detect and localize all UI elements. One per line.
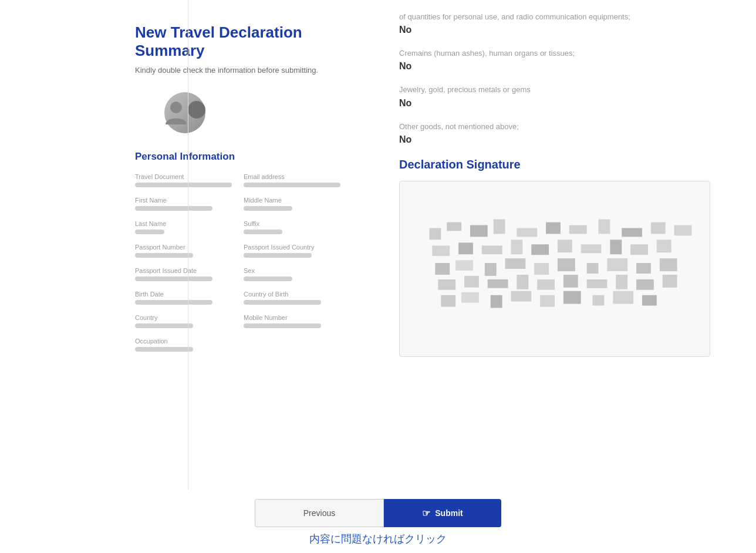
field-passport-issued-date: Passport Issued Date: [135, 267, 232, 281]
svg-rect-32: [438, 279, 455, 290]
svg-rect-38: [587, 279, 608, 288]
svg-rect-5: [517, 228, 537, 237]
svg-rect-8: [599, 219, 610, 234]
svg-rect-19: [610, 240, 622, 254]
svg-rect-48: [593, 295, 605, 305]
field-label-passport-number: Passport Number: [135, 244, 232, 251]
field-birth-date: Birth Date: [135, 291, 232, 305]
field-travel-document: Travel Document: [135, 173, 232, 187]
field-label-middle-name: Middle Name: [244, 197, 340, 204]
svg-rect-29: [607, 258, 627, 271]
personal-info-title: Personal Information: [135, 151, 340, 163]
field-country-of-birth: Country of Birth: [244, 291, 340, 305]
field-label-travel-document: Travel Document: [135, 173, 232, 180]
divider: [188, 0, 188, 494]
svg-rect-18: [581, 244, 602, 253]
svg-rect-21: [657, 240, 671, 252]
svg-rect-31: [660, 258, 677, 271]
field-value-sex: [244, 276, 292, 281]
svg-rect-4: [494, 219, 505, 234]
svg-rect-20: [630, 244, 648, 255]
svg-rect-14: [482, 245, 502, 254]
svg-rect-46: [540, 295, 555, 306]
svg-rect-44: [491, 295, 502, 308]
field-passport-number: Passport Number: [135, 244, 232, 258]
field-empty: [244, 338, 340, 352]
svg-rect-50: [642, 295, 657, 305]
field-label-passport-issued-country: Passport Issued Country: [244, 244, 340, 251]
svg-rect-7: [569, 225, 587, 234]
field-value-passport-issued-date: [135, 276, 212, 281]
svg-rect-27: [558, 258, 575, 271]
svg-point-0: [170, 102, 182, 113]
declaration-value-4: No: [399, 134, 721, 145]
svg-rect-41: [663, 275, 677, 288]
signature-svg: [400, 181, 710, 356]
bottom-area: Previous ☞ Submit 内容に問題なければクリック: [0, 490, 756, 553]
field-middle-name: Middle Name: [244, 197, 340, 211]
field-passport-issued-country: Passport Issued Country: [244, 244, 340, 258]
svg-rect-43: [461, 292, 479, 302]
field-first-name: First Name: [135, 197, 232, 211]
declaration-item-3: Jewelry, gold, precious metals or gems N…: [399, 85, 721, 108]
avatar-container: [135, 92, 235, 133]
field-label-country: Country: [135, 314, 232, 321]
svg-rect-34: [488, 279, 508, 288]
field-suffix: Suffix: [244, 220, 340, 234]
svg-rect-49: [613, 291, 633, 304]
svg-rect-12: [432, 245, 450, 256]
svg-rect-9: [622, 228, 642, 237]
declaration-label-4: Other goods, not mentioned above;: [399, 122, 721, 132]
declaration-label-3: Jewelry, gold, precious metals or gems: [399, 85, 721, 95]
declaration-item-1: of quantities for personal use, and radi…: [399, 12, 721, 35]
field-label-last-name: Last Name: [135, 220, 232, 227]
field-value-suffix: [244, 230, 282, 234]
page-title: New Travel Declaration Summary: [135, 23, 340, 60]
svg-rect-10: [651, 222, 666, 234]
field-label-email: Email address: [244, 173, 340, 180]
svg-rect-30: [636, 263, 651, 274]
svg-rect-16: [531, 244, 549, 255]
field-mobile-number: Mobile Number: [244, 314, 340, 328]
submit-button[interactable]: ☞ Submit: [384, 499, 501, 527]
svg-rect-28: [587, 263, 599, 274]
declaration-item-4: Other goods, not mentioned above; No: [399, 122, 721, 145]
field-value-first-name: [135, 206, 212, 211]
field-value-occupation: [135, 347, 193, 352]
svg-rect-17: [558, 240, 572, 252]
declaration-value-1: No: [399, 25, 721, 35]
svg-rect-23: [455, 260, 473, 271]
field-label-occupation: Occupation: [135, 338, 232, 345]
declaration-label-2: Cremains (human ashes), human organs or …: [399, 48, 721, 59]
svg-rect-45: [511, 291, 532, 301]
svg-rect-47: [563, 291, 581, 304]
signature-section-title: Declaration Signature: [399, 158, 721, 171]
field-country: Country: [135, 314, 232, 328]
field-sex: Sex: [244, 267, 340, 281]
svg-rect-1: [429, 228, 441, 240]
field-value-email: [244, 183, 340, 187]
svg-rect-40: [636, 279, 654, 290]
field-label-first-name: First Name: [135, 197, 232, 204]
previous-button[interactable]: Previous: [255, 499, 384, 527]
submit-label: Submit: [435, 508, 463, 518]
field-label-birth-date: Birth Date: [135, 291, 232, 298]
svg-rect-24: [485, 263, 497, 276]
svg-rect-33: [464, 276, 479, 288]
svg-rect-35: [517, 275, 528, 289]
field-label-mobile-number: Mobile Number: [244, 314, 340, 321]
cursor-icon: ☞: [422, 508, 430, 519]
signature-box: [399, 181, 710, 357]
svg-rect-6: [546, 222, 561, 234]
field-label-country-of-birth: Country of Birth: [244, 291, 340, 298]
svg-rect-22: [435, 263, 450, 275]
field-label-sex: Sex: [244, 267, 340, 274]
svg-rect-13: [458, 242, 473, 254]
field-email: Email address: [244, 173, 340, 187]
right-panel: of quantities for personal use, and radi…: [376, 0, 756, 553]
field-value-last-name: [135, 230, 164, 234]
svg-rect-36: [537, 279, 555, 290]
declaration-label-1: of quantities for personal use, and radi…: [399, 12, 721, 22]
field-value-mobile-number: [244, 323, 321, 328]
japanese-hint: 内容に問題なければクリック: [0, 532, 756, 553]
